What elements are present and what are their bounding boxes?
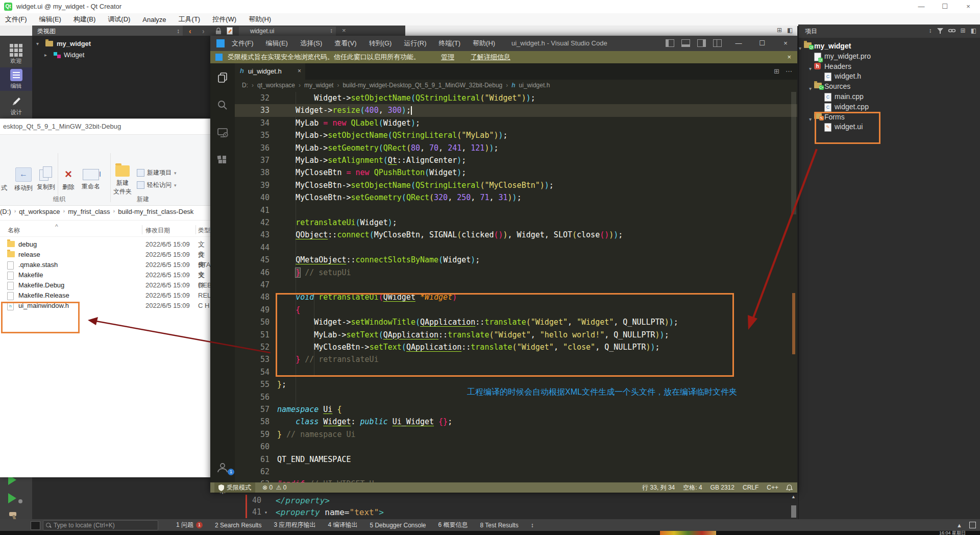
expand-up-icon[interactable]: ▲ <box>957 522 962 528</box>
nav-forward-icon[interactable]: › <box>202 27 205 35</box>
code-line[interactable]: 42 retranslateUi(Widget); <box>235 216 797 229</box>
vscode-menu-item[interactable]: 编辑(E) <box>266 39 288 48</box>
account-icon[interactable]: 1 <box>214 459 231 476</box>
breadcrumb-item[interactable]: ui_widget.h <box>519 82 550 89</box>
vscode-menu-item[interactable]: 转到(G) <box>369 39 392 48</box>
tree-item-main-cpp[interactable]: Cmain.cpp <box>799 91 980 102</box>
vscode-menu-item[interactable]: 终端(T) <box>438 39 460 48</box>
column-header-name[interactable]: 名称 <box>8 226 20 235</box>
tree-item-my-widget[interactable]: ▾Qtmy_widget <box>799 41 980 51</box>
filter-icon[interactable] <box>937 28 943 34</box>
editor-scrollbar-thumb[interactable] <box>791 92 796 214</box>
qtc-menu-item[interactable]: 调试(D) <box>108 15 130 24</box>
maximize-button[interactable]: ☐ <box>750 36 774 51</box>
output-tab-编译输出[interactable]: 4 编译输出 <box>328 521 357 529</box>
learn-more-link[interactable]: 了解详细信息 <box>471 51 510 63</box>
explorer-breadcrumb-bar[interactable]: (D:)›qt_workspace›my_frist_class›build-m… <box>0 208 210 221</box>
breadcrumb-item[interactable]: (D:) <box>0 208 11 215</box>
code-line[interactable]: 58 class Widget: public Ui_Widget {}; <box>235 416 797 428</box>
output-tab-debugger-console[interactable]: 5 Debugger Console <box>370 522 426 529</box>
code-line[interactable]: 44 <box>235 241 797 254</box>
new-folder-button[interactable]: 新建 文件夹 <box>113 164 132 196</box>
file-row-release[interactable]: release2022/6/5 15:09文件夹 <box>0 250 210 260</box>
eol-indicator[interactable]: CRLF <box>743 482 758 493</box>
rename-button[interactable]: 重命名 <box>82 166 100 191</box>
search-icon[interactable] <box>214 97 231 113</box>
explorer-view-icon[interactable] <box>214 69 231 86</box>
delete-button[interactable]: × 删除 <box>62 167 75 191</box>
qtc-window-controls[interactable]: —☐× <box>910 0 980 13</box>
remote-explorer-icon[interactable] <box>214 125 231 141</box>
code-line[interactable]: 33 Widget->resize(400, 300); <box>235 104 797 117</box>
copy-to-button[interactable]: 复制到 <box>37 166 55 191</box>
file-row-makefile-debug[interactable]: Makefile.Debug2022/6/5 15:09DEB <box>0 280 210 290</box>
minimize-button[interactable]: — <box>910 0 933 13</box>
toggle-panel-icon[interactable] <box>681 39 690 47</box>
tree-item-my-widget-pro[interactable]: Qtmy_widget.pro <box>799 51 980 61</box>
code-line[interactable]: 37 MyLab->setAlignment(Qt::AlignCenter); <box>235 154 797 167</box>
extensions-icon[interactable] <box>214 152 231 168</box>
qtc-menu-item[interactable]: Analyze <box>142 16 166 23</box>
column-header-date[interactable]: 修改日期 <box>145 226 170 235</box>
qtc-menu-item[interactable]: 工具(T) <box>179 15 201 24</box>
code-line[interactable]: 41 <box>235 204 797 217</box>
scroll-up-icon[interactable]: ▲ <box>791 494 796 499</box>
vscode-menu-item[interactable]: 帮助(H) <box>473 39 495 48</box>
spaces-indicator[interactable]: 空格: 4 <box>683 482 702 493</box>
breadcrumb-item[interactable]: D: <box>242 82 248 89</box>
rail-item-edit[interactable]: 编辑 <box>0 67 32 91</box>
code-editor[interactable]: 32 Widget->setObjectName(QStringLiteral(… <box>235 92 797 482</box>
notifications-bell-icon[interactable] <box>787 484 792 491</box>
xml-code-line[interactable]: 41▾<property name="text"> <box>210 506 797 518</box>
close-button[interactable]: × <box>774 36 797 51</box>
vscode-menu-item[interactable]: 运行(R) <box>404 39 426 48</box>
code-line[interactable]: 43 QObject::connect(MyCloseBtn, SIGNAL(c… <box>235 229 797 241</box>
column-separator[interactable] <box>195 225 196 234</box>
toggle-sidebar-icon[interactable] <box>666 39 674 47</box>
file-row-debug[interactable]: debug2022/6/5 15:09文件夹 <box>0 239 210 250</box>
qtc-menu-item[interactable]: 控件(W) <box>212 15 236 24</box>
expand-arrow-icon[interactable]: ▾ <box>36 39 39 49</box>
breadcrumb-item[interactable]: my_widget <box>304 82 333 89</box>
panel-icon[interactable] <box>969 522 976 528</box>
manage-link[interactable]: 管理 <box>441 51 454 63</box>
output-tab-search-results[interactable]: 2 Search Results <box>215 522 261 529</box>
maximize-button[interactable]: ☐ <box>933 0 957 13</box>
code-line[interactable]: 59} // namespace Ui <box>235 428 797 441</box>
output-tab-test-results[interactable]: 8 Test Results <box>480 522 519 529</box>
banner-close-icon[interactable]: × <box>787 51 791 63</box>
collapse-arrow-icon[interactable]: ▸ <box>44 50 47 60</box>
sort-icon[interactable]: ↕ <box>929 27 932 34</box>
tree-item-widget-h[interactable]: Cwidget.h <box>799 71 980 81</box>
easy-access-button[interactable]: 轻松访问▾ <box>137 181 177 189</box>
class-tree-root[interactable]: ▾ my_widget <box>32 39 210 49</box>
breadcrumb-item[interactable]: build-my_widget-Desktop_Qt_5_9_1_MinGW_3… <box>342 82 502 89</box>
qtc-menu-item[interactable]: 编辑(E) <box>39 15 61 24</box>
link-icon[interactable] <box>948 28 955 33</box>
code-line[interactable]: 35 MyLab->setObjectName(QStringLiteral("… <box>235 129 797 142</box>
code-line[interactable]: 40 MyCloseBtn->setGeometry(QRect(320, 25… <box>235 191 797 204</box>
code-line[interactable]: 46 } // setupUi <box>235 266 797 279</box>
document-selector-combo[interactable]: widget.ui ↕ <box>239 27 336 36</box>
rail-item-welcome[interactable]: 欢迎 <box>0 41 32 64</box>
new-item-button[interactable]: 新建项目▾ <box>137 168 177 177</box>
column-header-type[interactable]: 类型 <box>198 226 210 235</box>
code-line[interactable]: 45 QMetaObject::connectSlotsByName(Widge… <box>235 254 797 266</box>
sidebar-right-icon[interactable]: ◧ <box>787 27 793 34</box>
close-document-icon[interactable]: × <box>342 27 346 34</box>
vscode-menu-item[interactable]: 文件(F) <box>232 39 254 48</box>
output-tab-应用程序输出[interactable]: 3 应用程序输出 <box>274 521 315 529</box>
file-row--qmake-stash[interactable]: .qmake.stash2022/6/5 15:09STA <box>0 260 210 270</box>
output-tab-问题[interactable]: 1 问题1 <box>176 521 203 529</box>
qtc-xml-editor[interactable]: 40</property>41▾<property name="text"> ▲ <box>210 493 797 520</box>
xml-code-line[interactable]: 40</property> <box>210 495 797 506</box>
column-separator[interactable] <box>142 225 142 234</box>
vscode-window-controls[interactable]: —☐× <box>727 36 797 51</box>
close-button[interactable]: × <box>957 0 980 13</box>
minimize-button[interactable]: — <box>727 36 750 51</box>
errors-indicator[interactable]: ⊗ 0 ⚠ 0 <box>262 482 287 493</box>
tree-item-sources[interactable]: ▾C+Sources <box>799 81 980 91</box>
code-line[interactable]: 39 MyCloseBtn->setObjectName(QStringLite… <box>235 179 797 192</box>
xml-scrollbar-thumb[interactable] <box>791 505 796 518</box>
output-toggle-icon[interactable] <box>31 521 40 530</box>
